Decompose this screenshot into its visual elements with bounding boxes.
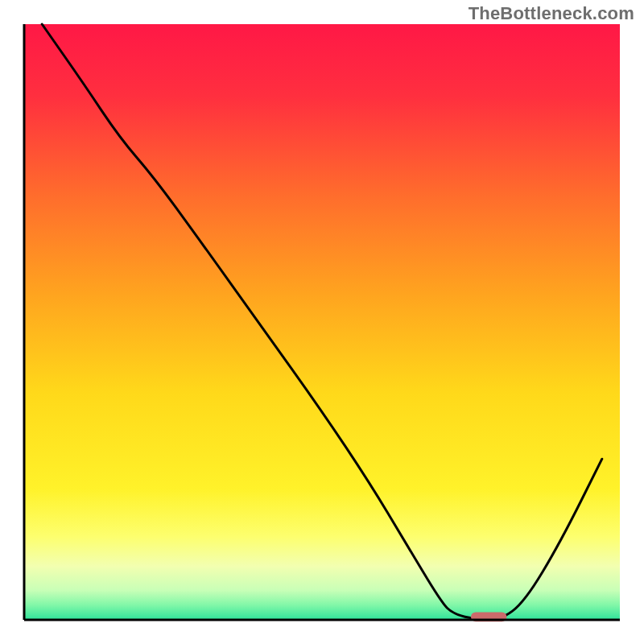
watermark-text: TheBottleneck.com: [469, 3, 634, 24]
chart-container: { "watermark": "TheBottleneck.com", "cha…: [0, 0, 644, 644]
chart-background: [24, 24, 620, 620]
bottleneck-chart: [0, 0, 644, 644]
